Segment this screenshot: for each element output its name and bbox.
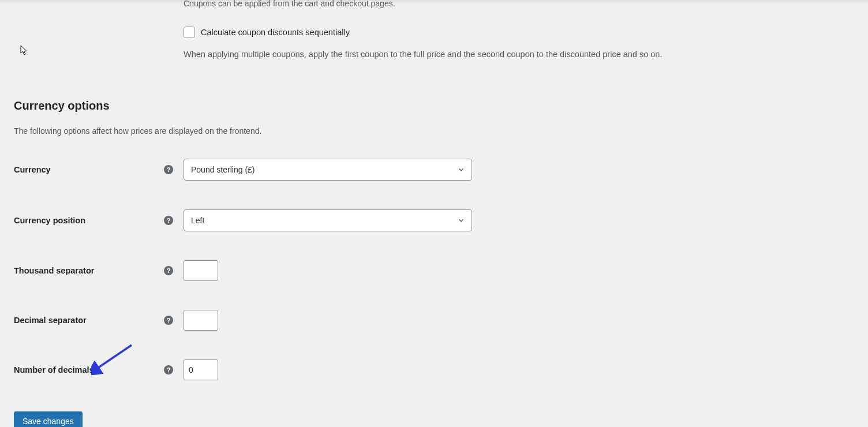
coupon-top-desc: Coupons can be applied from the cart and… <box>184 0 854 8</box>
currency-position-label: Currency position <box>14 216 164 225</box>
decimal-separator-input[interactable] <box>184 310 218 331</box>
thousand-separator-label: Thousand separator <box>14 266 164 275</box>
currency-label: Currency <box>14 165 164 174</box>
number-of-decimals-input[interactable] <box>184 359 218 380</box>
sequential-coupon-desc: When applying multiple coupons, apply th… <box>184 50 854 59</box>
sequential-coupon-label: Calculate coupon discounts sequentially <box>201 28 350 37</box>
help-icon[interactable]: ? <box>164 216 173 225</box>
help-icon[interactable]: ? <box>164 266 173 275</box>
sequential-coupon-checkbox[interactable] <box>184 27 195 38</box>
number-of-decimals-label: Number of decimals <box>14 365 164 374</box>
help-icon[interactable]: ? <box>164 165 173 174</box>
save-changes-button[interactable]: Save changes <box>14 411 83 427</box>
currency-position-select[interactable] <box>184 209 472 231</box>
currency-options-heading: Currency options <box>14 99 854 113</box>
currency-options-desc: The following options affect how prices … <box>14 126 854 136</box>
help-icon[interactable]: ? <box>164 365 173 374</box>
help-icon[interactable]: ? <box>164 316 173 325</box>
thousand-separator-input[interactable] <box>184 260 218 281</box>
decimal-separator-label: Decimal separator <box>14 316 164 325</box>
currency-select[interactable] <box>184 159 472 181</box>
